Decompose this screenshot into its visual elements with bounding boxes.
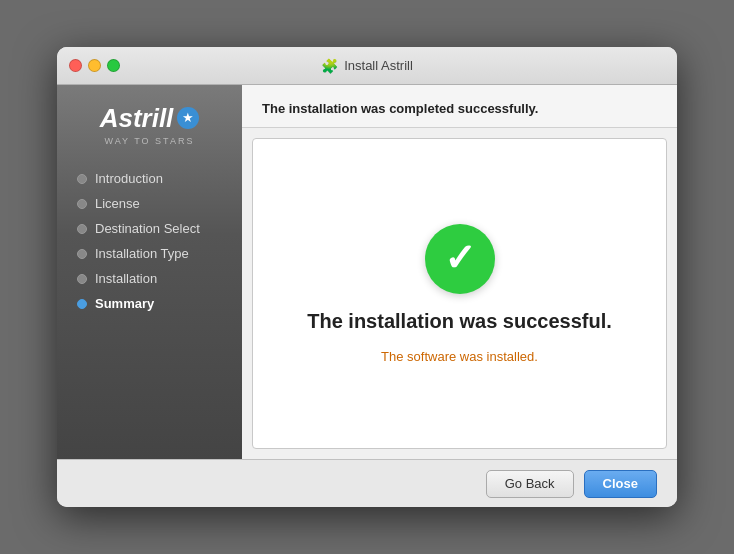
- sidebar-item-introduction[interactable]: Introduction: [67, 166, 232, 191]
- logo-text: Astrill ★: [100, 103, 200, 134]
- main-body: ✓ The installation was successful. The s…: [252, 138, 667, 449]
- go-back-button[interactable]: Go Back: [486, 470, 574, 498]
- sidebar-item-installation[interactable]: Installation: [67, 266, 232, 291]
- checkmark-icon: ✓: [444, 239, 476, 277]
- sidebar-nav: Introduction License Destination Select …: [57, 166, 242, 316]
- logo-star-icon: ★: [177, 107, 199, 129]
- window-body: Astrill ★ WAY TO STARS Introduction Lice…: [57, 85, 677, 459]
- traffic-lights: [69, 59, 120, 72]
- sidebar-label-installation: Installation: [95, 271, 157, 286]
- success-title: The installation was successful.: [307, 310, 612, 333]
- sidebar-item-summary[interactable]: Summary: [67, 291, 232, 316]
- sidebar-label-installation-type: Installation Type: [95, 246, 189, 261]
- nav-dot-summary: [77, 299, 87, 309]
- installer-window: 🧩 Install Astrill Astrill ★ WAY TO STARS…: [57, 47, 677, 507]
- nav-dot-introduction: [77, 174, 87, 184]
- close-window-button[interactable]: [69, 59, 82, 72]
- sidebar-item-installation-type[interactable]: Installation Type: [67, 241, 232, 266]
- sidebar-label-summary: Summary: [95, 296, 154, 311]
- main-header-text: The installation was completed successfu…: [262, 101, 538, 116]
- logo-subtitle: WAY TO STARS: [105, 136, 195, 146]
- nav-dot-destination: [77, 224, 87, 234]
- titlebar-icon: 🧩: [321, 58, 338, 74]
- sidebar-item-destination-select[interactable]: Destination Select: [67, 216, 232, 241]
- titlebar: 🧩 Install Astrill: [57, 47, 677, 85]
- minimize-window-button[interactable]: [88, 59, 101, 72]
- main-header: The installation was completed successfu…: [242, 85, 677, 128]
- logo-name: Astrill: [100, 103, 174, 134]
- close-button[interactable]: Close: [584, 470, 657, 498]
- nav-dot-license: [77, 199, 87, 209]
- maximize-window-button[interactable]: [107, 59, 120, 72]
- success-icon: ✓: [425, 224, 495, 294]
- sidebar-logo: Astrill ★ WAY TO STARS: [100, 103, 200, 146]
- nav-dot-installation-type: [77, 249, 87, 259]
- titlebar-label: Install Astrill: [344, 58, 413, 73]
- main-content: The installation was completed successfu…: [242, 85, 677, 459]
- sidebar-label-license: License: [95, 196, 140, 211]
- footer: Go Back Close: [57, 459, 677, 507]
- nav-dot-installation: [77, 274, 87, 284]
- sidebar-label-destination: Destination Select: [95, 221, 200, 236]
- success-subtitle: The software was installed.: [381, 349, 538, 364]
- sidebar-label-introduction: Introduction: [95, 171, 163, 186]
- sidebar: Astrill ★ WAY TO STARS Introduction Lice…: [57, 85, 242, 459]
- window-title: 🧩 Install Astrill: [321, 58, 413, 74]
- sidebar-item-license[interactable]: License: [67, 191, 232, 216]
